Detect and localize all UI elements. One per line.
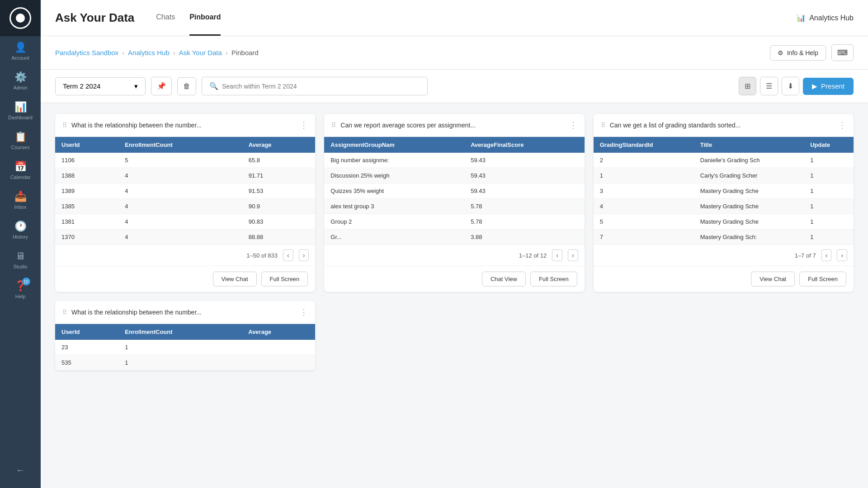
- card-1-next-btn[interactable]: ›: [299, 249, 309, 261]
- card-4-menu-icon[interactable]: ⋮: [300, 307, 308, 317]
- table-row: 4Mastery Grading Sche1: [594, 199, 854, 214]
- sidebar-item-account[interactable]: 👤 Account: [0, 36, 41, 66]
- card-3-header: ⠿ Can we get a list of grading standards…: [594, 114, 854, 137]
- table-cell: 4: [118, 230, 242, 245]
- card-1-menu-icon[interactable]: ⋮: [300, 120, 308, 130]
- grid-icon: ⊞: [745, 82, 750, 90]
- table-cell: 5: [594, 214, 694, 230]
- pin-icon: 📌: [157, 82, 166, 90]
- admin-icon: ⚙️: [14, 71, 27, 83]
- card-3-full-screen-btn[interactable]: Full Screen: [799, 272, 846, 286]
- breadcrumb-sandbox[interactable]: Pandalytics Sandbox: [55, 49, 118, 56]
- grid-view-button[interactable]: ⊞: [739, 77, 756, 95]
- table-row: Group 25.78: [324, 214, 584, 230]
- info-help-button[interactable]: ⚙ Info & Help: [770, 45, 826, 61]
- col-averagefinalscore: AverageFinalScore: [464, 137, 584, 153]
- card-4-title: What is the relationship between the num…: [71, 309, 295, 316]
- card-2-prev-btn[interactable]: ‹: [552, 249, 562, 261]
- breadcrumb-analytics-hub[interactable]: Analytics Hub: [128, 49, 170, 56]
- card-3-menu-icon[interactable]: ⋮: [838, 120, 846, 130]
- card-2-view-chat-btn[interactable]: Chat View: [482, 272, 526, 286]
- card-1-page-info: 1–50 of 833: [246, 252, 278, 259]
- table-row: Gr...3.88: [324, 230, 584, 245]
- sidebar-item-dashboard[interactable]: 📊 Dashboard: [0, 96, 41, 126]
- card-3-view-chat-btn[interactable]: View Chat: [751, 272, 795, 286]
- table-cell: 2: [594, 153, 694, 168]
- sidebar: 👤 Account ⚙️ Admin 📊 Dashboard 📋 Courses…: [0, 0, 41, 488]
- card-2: ⠿ Can we report average scores per assig…: [324, 114, 584, 292]
- sidebar-item-admin[interactable]: ⚙️ Admin: [0, 66, 41, 96]
- table-cell: Gr...: [324, 230, 464, 245]
- table-cell: Mastery Grading Sch:: [694, 230, 804, 245]
- sidebar-item-studio[interactable]: 🖥 Studio: [0, 245, 41, 275]
- account-icon: 👤: [14, 42, 27, 53]
- table-cell: 1: [594, 168, 694, 183]
- breadcrumb-sep-2: ›: [173, 49, 175, 56]
- card-1-view-chat-btn[interactable]: View Chat: [213, 272, 257, 286]
- tab-pinboard[interactable]: Pinboard: [189, 0, 221, 36]
- breadcrumb-ask-your-data[interactable]: Ask Your Data: [179, 49, 222, 56]
- search-input[interactable]: [222, 83, 420, 90]
- sidebar-logo: [0, 0, 41, 36]
- col-update: Update: [804, 137, 854, 153]
- table-cell: 59.43: [464, 183, 584, 199]
- table-cell: 1106: [55, 153, 118, 168]
- table-cell: 4: [118, 168, 242, 183]
- breadcrumb-area: Pandalytics Sandbox › Analytics Hub › As…: [41, 36, 868, 70]
- keyboard-button[interactable]: ⌨: [831, 44, 854, 61]
- breadcrumb-sep-3: ›: [226, 49, 228, 56]
- present-button[interactable]: ▶ Present: [803, 78, 854, 95]
- table-cell: Mastery Grading Sche: [694, 199, 804, 214]
- dashboard-icon: 📊: [14, 101, 27, 113]
- table-cell: 65.8: [242, 153, 316, 168]
- sidebar-collapse-btn[interactable]: ←: [0, 460, 41, 481]
- table-row: 5351: [55, 355, 315, 371]
- card-2-menu-icon[interactable]: ⋮: [569, 120, 577, 130]
- sidebar-item-inbox[interactable]: 📥 Inbox: [0, 185, 41, 215]
- card-2-next-btn[interactable]: ›: [568, 249, 578, 261]
- list-view-button[interactable]: ☰: [760, 77, 778, 95]
- gear-icon: ⚙: [778, 49, 783, 56]
- card-3-page-info: 1–7 of 7: [795, 252, 816, 259]
- card-1-prev-btn[interactable]: ‹: [283, 249, 293, 261]
- table-cell: 3.88: [464, 230, 584, 245]
- search-box: 🔍: [202, 77, 428, 95]
- card-3-prev-btn[interactable]: ‹: [821, 249, 832, 261]
- sidebar-item-help[interactable]: ❓ 10 Help: [0, 275, 41, 305]
- col-userid-4: UserId: [55, 324, 118, 340]
- pin-button[interactable]: 📌: [151, 77, 172, 95]
- card-1-table: UserId EnrollmentCount Average 1106565.8…: [55, 137, 315, 245]
- table-cell: Group 2: [324, 214, 464, 230]
- topnav-right: 📊 Analytics Hub: [797, 14, 854, 22]
- studio-icon: 🖥: [15, 250, 25, 262]
- term-select[interactable]: Term 2 2024 ▾: [55, 77, 146, 95]
- tab-chats[interactable]: Chats: [156, 0, 175, 36]
- card-1-full-screen-btn[interactable]: Full Screen: [261, 272, 308, 286]
- card-4: ⠿ What is the relationship between the n…: [55, 301, 315, 371]
- trash-button[interactable]: 🗑: [177, 77, 196, 95]
- sidebar-item-history[interactable]: 🕐 History: [0, 215, 41, 245]
- card-4-table: UserId EnrollmentCount Average 2315351: [55, 324, 315, 371]
- card-1-header: ⠿ What is the relationship between the n…: [55, 114, 315, 137]
- download-button[interactable]: ⬇: [782, 77, 799, 95]
- table-cell: 1: [804, 183, 854, 199]
- sidebar-item-calendar[interactable]: 📅 Calendar: [0, 155, 41, 185]
- card-3-next-btn[interactable]: ›: [837, 249, 847, 261]
- table-cell: 535: [55, 355, 118, 371]
- chevron-down-icon: ▾: [134, 82, 138, 90]
- sidebar-item-courses[interactable]: 📋 Courses: [0, 126, 41, 155]
- history-icon: 🕐: [14, 221, 27, 232]
- table-cell: 1: [804, 199, 854, 214]
- table-cell: 1385: [55, 199, 118, 214]
- analytics-hub-button[interactable]: 📊 Analytics Hub: [797, 14, 854, 22]
- download-icon: ⬇: [788, 82, 793, 90]
- breadcrumb: Pandalytics Sandbox › Analytics Hub › As…: [55, 49, 259, 56]
- card-2-full-screen-btn[interactable]: Full Screen: [530, 272, 577, 286]
- col-average-4: Average: [242, 324, 315, 340]
- drag-handle-icon: ⠿: [62, 309, 67, 316]
- col-assignmentgroupname: AssignmentGroupNam: [324, 137, 464, 153]
- card-3-table: GradingStandardId Title Update 2Danielle…: [594, 137, 854, 245]
- table-cell: 7: [594, 230, 694, 245]
- table-cell: 3: [594, 183, 694, 199]
- table-cell: Danielle's Grading Sch: [694, 153, 804, 168]
